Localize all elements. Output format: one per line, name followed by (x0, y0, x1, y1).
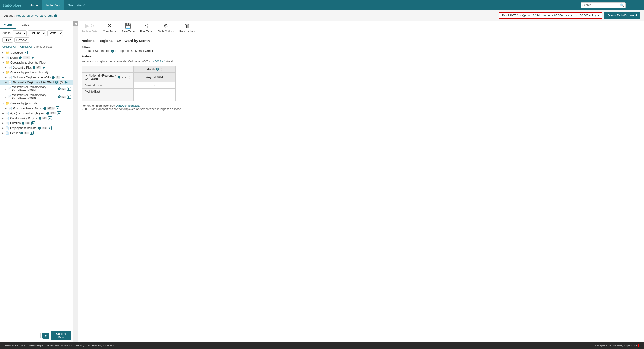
doc-icon-wm2024: 📄 (8, 87, 11, 90)
remove-button[interactable]: Remove (14, 38, 29, 42)
collapse-all-link[interactable]: Collapse All (2, 45, 16, 48)
tree-item-nat-reg-la-ward[interactable]: ▶ 📄 National - Regional - LA - Ward i (2… (0, 80, 73, 85)
row-label-dotdot: .. (82, 95, 134, 101)
row-menu-icon[interactable]: ⋮ (128, 76, 130, 79)
table-options-group[interactable]: ⚙ Table Options (158, 23, 174, 33)
tree-item-geo-residence[interactable]: ▼ 📁 Geography (residence-based) (0, 70, 73, 75)
main-content: ▶ ↻ Retrieve Data ✕ Clear Table 💾 Save T… (78, 21, 644, 342)
info-cond-icon[interactable]: i (39, 117, 42, 120)
add-to-wafer-select[interactable]: Wafer (47, 30, 63, 36)
refresh-icon: ↻ (90, 23, 94, 28)
queue-download-button[interactable]: Queue Table Download (604, 12, 640, 19)
info-col-month[interactable]: i (156, 68, 159, 71)
selected-count: 0 items selected. (34, 45, 53, 48)
nav-month[interactable]: ▶ (31, 56, 35, 59)
sidebar-controls: Add to: Row Column Wafer Filter Remove (0, 29, 73, 44)
nav-graph-view[interactable]: Graph View* (64, 0, 88, 10)
nav-age[interactable]: ▶ (57, 112, 61, 115)
help-button[interactable]: ? (628, 2, 633, 9)
nav-table-view[interactable]: Table View (42, 0, 64, 10)
doc-icon-age: 📄 (6, 112, 9, 115)
add-to-row-select[interactable]: Row (13, 30, 26, 36)
info-ward-icon[interactable]: i (55, 81, 58, 84)
dataset-info-icon[interactable]: i (54, 14, 57, 18)
tab-fields[interactable]: Fields (0, 21, 16, 29)
filter-button[interactable]: Filter (2, 38, 13, 42)
tree-item-geo-postcode[interactable]: ▼ 📁 Geography (postcode) (0, 101, 73, 106)
sort-up-icon[interactable]: ▲ (121, 76, 124, 79)
info-month-icon[interactable]: i (19, 56, 22, 59)
doc-icon-wm2010: 📄 (8, 95, 11, 98)
footer-help-link[interactable]: Need Help? (30, 344, 43, 347)
info-jc-icon[interactable]: i (32, 66, 35, 69)
search-input[interactable] (582, 4, 620, 7)
nav-gen[interactable]: ▶ (30, 131, 34, 135)
tree-item-postcode-area[interactable]: ▶ 📄 Postcode Area - District i (121) ▶ (0, 106, 73, 111)
format-selector[interactable]: Excel 2007 (.xlsx)(max 16,384 columns x … (499, 12, 602, 19)
nav-arrow-measures[interactable]: ▶ (24, 51, 28, 54)
info-row-header[interactable]: i (118, 76, 120, 79)
footer-terms-link[interactable]: Terms and Conditions (47, 344, 72, 347)
nav-oas[interactable]: ▶ (61, 76, 65, 79)
footer-accessibility-link[interactable]: Accessibility Statement (88, 344, 114, 347)
collapse-sidebar-button[interactable]: ◀ (73, 21, 78, 26)
col-menu-icon[interactable]: ⋮ (160, 68, 162, 71)
tree-item-nat-reg-la-oas[interactable]: ▶ 📄 National - Regional - LA - OAs i (2)… (0, 75, 73, 80)
nav-ward[interactable]: ▶ (64, 80, 68, 84)
nav-jc[interactable]: ▶ (42, 66, 46, 69)
badge-pc: (121) (47, 107, 54, 110)
print-table-group[interactable]: 🖨 Print Table (140, 23, 152, 33)
tree-item-geo-jobcentre[interactable]: ▼ 📁 Geography (Jobcentre Plus) (0, 60, 73, 65)
month-col-header: Month i ⋮ (134, 66, 176, 72)
footer-privacy-link[interactable]: Privacy (76, 344, 84, 347)
info-age-icon[interactable]: i (46, 112, 49, 115)
tree-item-jobcentre-plus[interactable]: ▶ 📄 Jobcentre Plus i (8) ▶ (0, 65, 73, 70)
untick-all-link[interactable]: Un-tick All (20, 45, 32, 48)
tree-item-conditionality[interactable]: ▶ 📄 Conditionality Regime i (8) ▶ (0, 116, 73, 120)
nav-emp[interactable]: ▶ (48, 126, 52, 130)
footer-feedback-link[interactable]: Feedback/Enquiry (5, 344, 26, 347)
badge-age: (12) (50, 112, 56, 114)
tree-item-age[interactable]: ▶ 📄 Age (bands and single year) i (12) ▶ (0, 111, 73, 116)
sort-down-icon[interactable]: ▼ (124, 76, 127, 79)
info-dur-icon[interactable]: i (22, 122, 24, 124)
clear-table-group[interactable]: ✕ Clear Table (103, 23, 116, 33)
info-wm2024-icon[interactable]: i (58, 87, 60, 90)
info-emp-icon[interactable]: i (38, 127, 41, 130)
expand-geo-pc-icon: ▼ (2, 102, 5, 104)
nav-pc[interactable]: ▶ (56, 106, 59, 110)
remove-item-group[interactable]: 🗑 Remove Item (180, 23, 195, 33)
sidebar-search-input[interactable] (2, 333, 40, 338)
expand-measures-icon: ▶ (2, 51, 5, 54)
info-gen-icon[interactable]: i (20, 132, 23, 134)
tree-item-duration[interactable]: ▶ 📄 Duration i (8) ▶ (0, 120, 73, 126)
nav-wm2010[interactable]: ▶ (67, 95, 71, 99)
table-row: Annfield Plain - (82, 82, 176, 88)
tree-item-month[interactable]: ▶ 📄 Month i (136) ▶ (0, 55, 73, 60)
nav-cond[interactable]: ▶ (48, 116, 52, 120)
tree-item-gender[interactable]: ▶ 📄 Gender i (3) ▶ (0, 130, 73, 136)
nav-home[interactable]: Home (26, 0, 42, 10)
info-filter-icon[interactable]: i (111, 50, 114, 52)
dataset-link[interactable]: People on Universal Credit (16, 14, 52, 18)
sidebar-tabs: Fields Tables (0, 21, 73, 29)
add-to-column-select[interactable]: Column (28, 30, 46, 36)
row-value-annfield: - (134, 82, 176, 88)
cell-count-link[interactable]: 1 x 8003 x 1 (150, 60, 166, 63)
info-oas-icon[interactable]: i (52, 76, 55, 79)
nav-dur[interactable]: ▶ (31, 121, 35, 125)
sidebar-bottom: ▼ Custom Data (0, 329, 73, 342)
tree-item-westminster-2024[interactable]: ▶ 📄 Westminster Parliamentary Constituen… (0, 85, 73, 93)
data-confidentiality-link[interactable]: Data Confidentiality (116, 104, 140, 108)
menu-button[interactable]: ⋮ (634, 2, 642, 9)
sidebar-filter-icon-button[interactable]: ▼ (42, 333, 49, 339)
save-table-group[interactable]: 💾 Save Table (122, 23, 134, 33)
tree-item-measures[interactable]: ▶ 📁 Measures ▶ (0, 50, 73, 55)
info-pc-icon[interactable]: i (43, 107, 46, 110)
custom-data-button[interactable]: Custom Data (51, 331, 71, 340)
info-wm2010-icon[interactable]: i (58, 95, 60, 98)
nav-wm2024[interactable]: ▶ (67, 87, 71, 91)
tree-item-employment[interactable]: ▶ 📄 Employment indicator i (3) ▶ (0, 126, 73, 130)
tab-tables[interactable]: Tables (16, 21, 33, 29)
tree-item-westminster-2010[interactable]: ▶ 📄 Westminster Parliamentary Constituen… (0, 93, 73, 101)
